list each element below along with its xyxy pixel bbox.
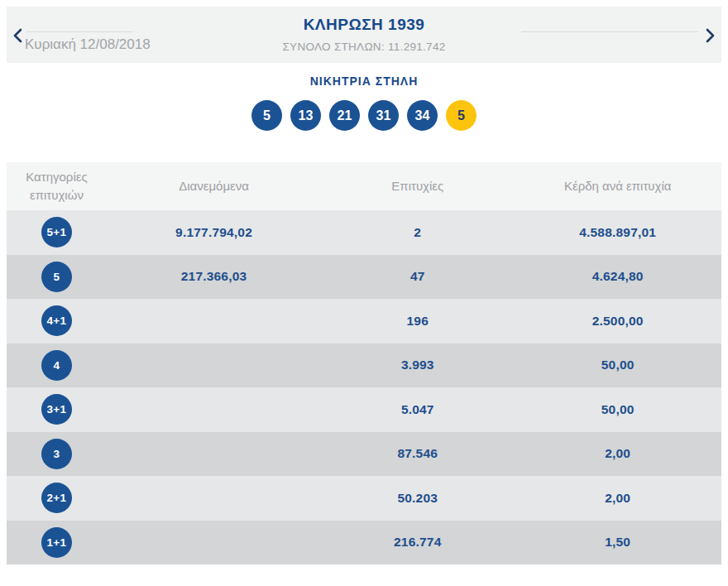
winning-column-section: ΝΙΚΗΤΡΙΑ ΣΤΗΛΗ 5 13 21 31 34 5 [0,74,728,131]
prize-value: 2.500,00 [514,314,721,329]
joker-number-ball: 5 [446,100,477,131]
draw-date: Κυριακή 12/08/2018 [25,36,151,53]
winning-number-ball: 34 [407,100,438,131]
next-draw-button[interactable] [702,26,720,45]
category-badge: 4+1 [41,305,72,336]
winners-value: 87.546 [321,446,514,461]
winners-value: 50.203 [321,491,514,506]
column-header-winners: Επιτυχίες [321,177,514,196]
winning-column-title: ΝΙΚΗΤΡΙΑ ΣΤΗΛΗ [0,74,728,88]
table-row: 4+1 196 2.500,00 [7,299,721,343]
table-row: 3+1 5.047 50,00 [7,387,721,432]
prize-value: 50,00 [514,358,721,372]
chevron-right-icon [706,28,716,43]
winners-value: 196 [321,314,514,329]
winning-number-ball: 31 [368,100,399,131]
table-row: 1+1 216.774 1,50 [7,521,721,565]
category-badge: 3 [41,439,72,469]
prize-value: 4.624,80 [514,269,721,284]
column-header-prize: Κέρδη ανά επιτυχία [514,177,721,196]
prize-value: 50,00 [514,402,721,417]
category-badge: 3+1 [41,394,72,425]
category-badge: 2+1 [41,483,72,513]
table-row: 5 217.366,03 47 4.624,80 [7,255,721,300]
category-badge: 5 [41,262,72,292]
prize-value: 2,00 [514,446,721,461]
winners-value: 3.993 [321,358,514,372]
prize-value: 4.588.897,01 [514,225,721,240]
column-header-distributed: Διανεμόμενα [107,177,321,196]
table-row: 3 87.546 2,00 [7,432,721,477]
category-badge: 5+1 [41,217,72,247]
prize-value: 1,50 [514,535,721,550]
winning-number-ball: 13 [290,100,321,131]
winners-value: 2 [321,225,514,240]
column-header-categories: Κατηγορίες επιτυχιών [11,168,102,205]
distributed-value: 9.177.794,02 [107,225,321,240]
winners-value: 5.047 [321,402,514,417]
winning-number-ball: 5 [251,100,282,131]
winning-numbers: 5 13 21 31 34 5 [0,100,728,131]
winning-number-ball: 21 [329,100,360,131]
prize-table: Κατηγορίες επιτυχιών Διανεμόμενα Επιτυχί… [7,162,721,564]
winners-value: 216.774 [321,535,514,550]
draw-header: ΚΛΗΡΩΣΗ 1939 ΣΥΝΟΛΟ ΣΤΗΛΩΝ: 11.291.742 Κ… [7,7,721,63]
table-header-row: Κατηγορίες επιτυχιών Διανεμόμενα Επιτυχί… [7,162,721,210]
category-badge: 4 [41,350,72,381]
joker-draw-results-page: ΚΛΗΡΩΣΗ 1939 ΣΥΝΟΛΟ ΣΤΗΛΩΝ: 11.291.742 Κ… [0,0,728,586]
winners-value: 47 [321,269,514,284]
table-row: 5+1 9.177.794,02 2 4.588.897,01 [7,210,721,255]
category-badge: 1+1 [41,527,72,558]
prize-value: 2,00 [514,491,721,506]
distributed-value: 217.366,03 [107,269,321,284]
table-row: 4 3.993 50,00 [7,343,721,388]
draw-title: ΚΛΗΡΩΣΗ 1939 [7,16,721,34]
table-row: 2+1 50.203 2,00 [7,476,721,521]
